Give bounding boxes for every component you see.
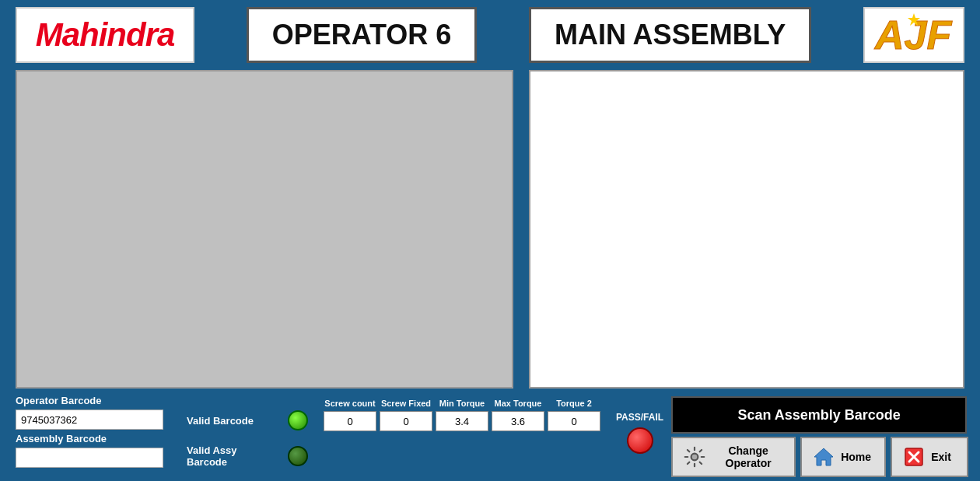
pass-fail-section: PASS/FAIL	[616, 395, 663, 454]
change-operator-label: Change Operator	[712, 444, 785, 469]
screw-count-label: Screw count	[324, 399, 376, 408]
valid-barcode-led	[288, 410, 308, 430]
barcode-fields: Operator Barcode Assembly Barcode	[16, 395, 163, 468]
operator-barcode-input[interactable]	[16, 410, 163, 430]
torque2-input[interactable]	[548, 411, 600, 431]
main-content	[0, 70, 980, 389]
valid-assy-barcode-led	[288, 446, 308, 466]
torque-labels-row: Screw count Screw Fixed Min Torque Max T…	[324, 399, 600, 408]
home-icon	[811, 444, 836, 469]
torque2-label: Torque 2	[548, 399, 600, 408]
exit-icon	[901, 444, 926, 469]
scan-assembly-barcode-button[interactable]: Scan Assembly Barcode	[671, 396, 967, 434]
change-operator-button[interactable]: Change Operator	[671, 437, 796, 477]
mahindra-logo: Mahindra	[16, 7, 194, 63]
assembly-title: MAIN ASSEMBLY	[529, 7, 811, 63]
pass-fail-label: PASS/FAIL	[616, 412, 663, 423]
min-torque-input[interactable]	[436, 411, 488, 431]
min-torque-label: Min Torque	[436, 399, 488, 408]
gear-icon	[682, 444, 707, 469]
svg-marker-4	[814, 448, 833, 465]
assembly-title-text: MAIN ASSEMBLY	[555, 19, 786, 51]
operator-title: OPERATOR 6	[247, 7, 478, 63]
left-camera-panel	[16, 70, 513, 389]
assembly-barcode-label: Assembly Barcode	[16, 433, 163, 444]
led-indicators: Valid Barcode Valid Assy Barcode	[187, 395, 308, 468]
pass-fail-led	[627, 427, 653, 454]
ajf-logo-svg: AJF AJF	[871, 12, 957, 58]
screw-fixed-label: Screw Fixed	[380, 399, 432, 408]
max-torque-label: Max Torque	[492, 399, 544, 408]
bottom-section: Operator Barcode Assembly Barcode Valid …	[0, 389, 980, 481]
home-button[interactable]: Home	[800, 437, 886, 477]
valid-barcode-row: Valid Barcode	[187, 410, 308, 430]
operator-barcode-label: Operator Barcode	[16, 395, 163, 406]
bottom-buttons-row: Change Operator Home Exi	[671, 437, 968, 477]
mahindra-text: Mahindra	[36, 16, 175, 54]
valid-barcode-label: Valid Barcode	[187, 415, 280, 427]
screw-fixed-input[interactable]	[380, 411, 432, 431]
exit-button[interactable]: Exit	[891, 437, 968, 477]
header: Mahindra OPERATOR 6 MAIN ASSEMBLY AJF AJ…	[0, 0, 980, 70]
scan-barcode-label: Scan Assembly Barcode	[737, 407, 900, 423]
max-torque-input[interactable]	[492, 411, 544, 431]
valid-assy-barcode-label: Valid Assy Barcode	[187, 444, 280, 468]
screw-count-input[interactable]	[324, 411, 376, 431]
svg-point-3	[691, 454, 698, 461]
torque-section: Screw count Screw Fixed Min Torque Max T…	[324, 395, 600, 431]
right-buttons: Scan Assembly Barcode Change Operator	[671, 395, 968, 477]
exit-label: Exit	[931, 451, 951, 463]
right-display-panel	[529, 70, 964, 389]
valid-assy-barcode-row: Valid Assy Barcode	[187, 444, 308, 468]
torque-values-row	[324, 411, 600, 431]
home-label: Home	[841, 451, 871, 463]
ajf-logo: AJF AJF	[863, 7, 964, 63]
assembly-barcode-input[interactable]	[16, 448, 163, 468]
operator-title-text: OPERATOR 6	[272, 19, 452, 51]
